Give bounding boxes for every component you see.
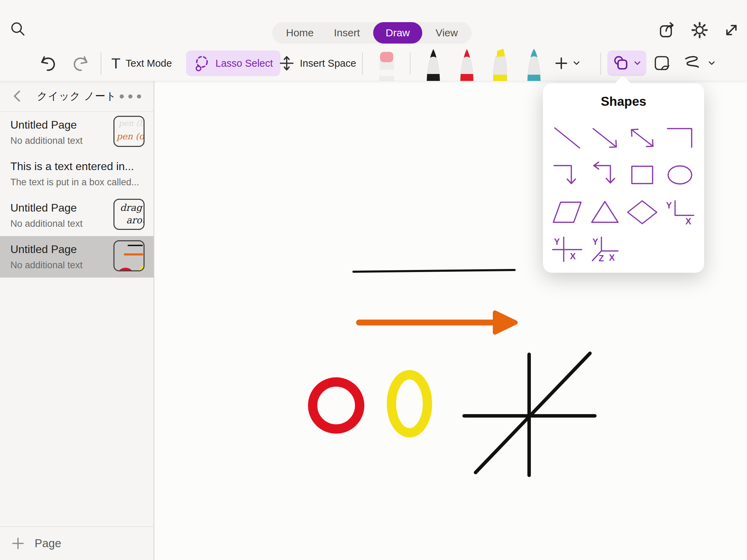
shape-diamond[interactable] — [626, 199, 658, 226]
page-title: This is a text entered in... — [10, 160, 154, 173]
search-icon — [10, 21, 26, 37]
share-icon — [658, 21, 676, 39]
pen-red[interactable] — [455, 48, 479, 81]
page-list-item-3[interactable]: Untitled Page No additional text drag ar… — [0, 195, 154, 236]
expand-button[interactable] — [723, 21, 740, 39]
settings-button[interactable] — [691, 21, 708, 39]
yellow-highlighter-icon — [488, 48, 513, 81]
search-button[interactable] — [10, 21, 26, 37]
teal-pen-icon — [522, 48, 546, 81]
add-page-button[interactable]: Page — [0, 526, 154, 560]
chevron-down-icon — [573, 61, 580, 66]
shape-ellipse[interactable] — [664, 161, 696, 188]
ink-to-shape-button[interactable] — [683, 50, 715, 76]
svg-text:Y: Y — [554, 237, 560, 246]
plus-icon — [555, 57, 568, 70]
text-mode-icon: T — [111, 56, 120, 71]
lasso-icon — [194, 55, 210, 72]
page-list-item-4-selected[interactable]: Untitled Page No additional text — [0, 236, 154, 278]
ink-straight-line[interactable] — [353, 270, 515, 272]
ink-yellow-ellipse[interactable] — [391, 375, 427, 433]
page-subtitle: The text is put in a box called... — [10, 177, 154, 188]
shape-arrow-diagonal-two-way[interactable] — [626, 124, 658, 151]
page-thumbnail: drag arou — [113, 199, 145, 230]
toolbar-divider — [362, 53, 363, 75]
toolbar-divider — [600, 53, 601, 75]
ink-arrow-head[interactable] — [495, 312, 516, 333]
svg-text:Y: Y — [666, 200, 672, 210]
shape-axes-xy[interactable]: Y X — [664, 199, 696, 226]
tab-draw[interactable]: Draw — [373, 22, 422, 44]
shape-elbow-arrow-down[interactable] — [551, 161, 583, 188]
svg-text:Z: Z — [599, 253, 604, 263]
shape-elbow-arrow-two-way[interactable] — [589, 161, 621, 188]
page-list: Untitled Page No additional text pen (bl… — [0, 112, 154, 278]
pen-black[interactable] — [421, 48, 445, 81]
page-list-item-1[interactable]: Untitled Page No additional text pen (bl… — [0, 112, 154, 153]
page-list-item-2[interactable]: This is a text entered in... The text is… — [0, 153, 154, 195]
page-list-sidebar: クイック ノート Untitled Page No additional tex… — [0, 81, 154, 560]
text-mode-button[interactable]: T Text Mode — [111, 50, 172, 76]
svg-text:X: X — [609, 253, 615, 262]
shape-triangle[interactable] — [589, 199, 621, 226]
add-page-label: Page — [35, 537, 61, 550]
tab-home[interactable]: Home — [286, 27, 314, 39]
sidebar-header: クイック ノート — [0, 81, 154, 112]
settings-gear-icon — [691, 21, 708, 39]
more-options-button[interactable] — [119, 94, 142, 99]
chevron-down-icon — [634, 61, 641, 66]
ink-red-circle[interactable] — [313, 382, 360, 429]
shape-parallelogram[interactable] — [551, 199, 583, 226]
shape-line-diagonal[interactable] — [551, 124, 583, 151]
shape-axes-xy-cross[interactable]: Y X — [551, 236, 583, 263]
page-note-icon — [653, 55, 671, 72]
red-pen-icon — [455, 48, 479, 81]
shapes-grid: Y X Y X Y Z X — [548, 119, 699, 268]
lasso-select-label: Lasso Select — [215, 58, 273, 69]
black-pen-icon — [421, 48, 445, 81]
lasso-select-button[interactable]: Lasso Select — [186, 50, 280, 76]
toolbar-divider — [101, 53, 101, 75]
eraser-icon — [375, 50, 398, 81]
pen-teal[interactable] — [522, 48, 546, 81]
back-button[interactable] — [12, 90, 21, 102]
ribbon-tabs: Home Insert Draw View — [272, 22, 472, 44]
shape-axes-xyz[interactable]: Y Z X — [589, 236, 621, 263]
expand-icon — [723, 21, 740, 39]
undo-button[interactable] — [39, 55, 57, 73]
shape-corner-line[interactable] — [664, 124, 696, 151]
add-pen-button[interactable] — [555, 50, 580, 76]
redo-icon — [72, 55, 90, 73]
chevron-down-icon — [708, 61, 715, 66]
undo-icon — [39, 55, 57, 73]
window-actions — [658, 21, 740, 39]
insert-space-button[interactable]: Insert Space — [279, 50, 356, 76]
ink-squiggle-icon — [683, 55, 703, 71]
svg-text:X: X — [685, 216, 691, 226]
shapes-icon — [613, 55, 629, 72]
shapes-button[interactable] — [607, 50, 646, 76]
redo-button[interactable] — [72, 55, 90, 73]
chevron-left-icon — [12, 90, 21, 102]
shape-arrow-diagonal[interactable] — [589, 124, 621, 151]
text-mode-label: Text Mode — [126, 58, 172, 69]
eraser-tool[interactable] — [375, 50, 398, 81]
page-note-button[interactable] — [653, 55, 671, 72]
tab-insert[interactable]: Insert — [334, 27, 360, 39]
page-thumbnail: pen (bl pen (ora — [113, 116, 145, 147]
shape-rectangle[interactable] — [626, 161, 658, 188]
share-button[interactable] — [658, 21, 676, 39]
notebook-title: クイック ノート — [37, 89, 117, 103]
svg-text:Y: Y — [592, 237, 598, 246]
ink-axes-with-diagonal[interactable] — [464, 353, 595, 475]
svg-text:X: X — [570, 251, 576, 261]
shapes-popup-title: Shapes — [543, 94, 704, 109]
highlighter-yellow[interactable] — [488, 48, 513, 81]
ellipsis-icon — [119, 94, 142, 99]
tab-view[interactable]: View — [435, 27, 458, 39]
insert-space-icon — [279, 55, 295, 72]
insert-space-label: Insert Space — [300, 58, 356, 69]
page-thumbnail — [113, 240, 145, 271]
toolbar-divider — [410, 53, 411, 75]
thumbnail-drawing — [114, 241, 144, 270]
